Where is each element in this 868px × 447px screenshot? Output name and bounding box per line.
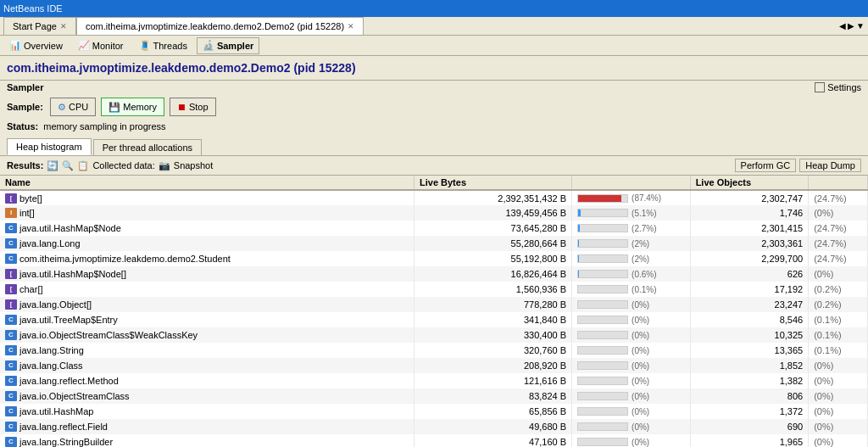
perform-gc-button[interactable]: Perform GC — [735, 159, 797, 172]
bar-pct: (0%) — [632, 422, 664, 432]
memory-icon: 💾 — [108, 102, 120, 113]
page-title: com.itheima.jvmoptimize.leakdemo.demo2.D… — [7, 61, 861, 75]
table-cell-bar: (0%) — [572, 312, 691, 327]
tab-demo2[interactable]: com.itheima.jvmoptimize.leakdemo.demo2.D… — [76, 17, 364, 35]
bar-wrap — [577, 438, 628, 446]
bar-wrap — [577, 285, 628, 293]
class-icon: C — [5, 330, 17, 340]
table-cell-live-bytes: 330,400 B — [414, 327, 571, 343]
table-row[interactable]: Cjava.util.TreeMap$Entry341,840 B(0%)8,5… — [0, 312, 868, 327]
table-cell-bar: (0%) — [572, 388, 691, 404]
table-cell-bar: (2%) — [572, 236, 691, 251]
memory-label: Memory — [123, 102, 157, 112]
class-name: java.lang.reflect.Method — [19, 376, 119, 386]
table-cell-live-objects: 1,382 — [690, 373, 809, 388]
table-cell-bar: (0%) — [572, 343, 691, 358]
table-cell-name: [java.util.HashMap$Node[] — [0, 266, 414, 282]
threads-icon: 🧵 — [139, 40, 151, 51]
table-cell-name: Cjava.lang.Long — [0, 236, 414, 251]
stop-icon: ⏹ — [177, 102, 186, 112]
table-cell-live-objects: 13,365 — [690, 343, 809, 358]
cpu-button[interactable]: ⚙ CPU — [50, 98, 96, 116]
table-row[interactable]: Cjava.util.HashMap$Node73,645,280 B(2.7%… — [0, 221, 868, 236]
refresh-icon[interactable]: 🔄 — [47, 160, 58, 171]
bar-wrap — [577, 194, 628, 203]
table-cell-live-objects: 2,303,361 — [690, 236, 809, 251]
table-row[interactable]: Cjava.util.HashMap65,856 B(0%)1,372(0%) — [0, 404, 868, 419]
table-cell-live-bytes: 121,616 B — [414, 373, 571, 388]
tab-per-thread[interactable]: Per thread allocations — [93, 139, 202, 155]
col-name[interactable]: Name — [0, 176, 414, 190]
table-row[interactable]: Iint[]139,459,456 B(5.1%)1,746(0%) — [0, 205, 868, 221]
memory-button[interactable]: 💾 Memory — [101, 98, 164, 116]
bar-wrap — [577, 377, 628, 385]
table-row[interactable]: [byte[]2,392,351,432 B(87.4%)2,302,747(2… — [0, 190, 868, 205]
tab-start-page-close[interactable]: ✕ — [60, 22, 67, 31]
table-row[interactable]: Ccom.itheima.jvmoptimize.leakdemo.demo2.… — [0, 251, 868, 266]
tab-heap-histogram[interactable]: Heap histogram — [7, 138, 92, 155]
table-row[interactable]: [java.lang.Object[]778,280 B(0%)23,247(0… — [0, 297, 868, 312]
heap-dump-button[interactable]: Heap Dump — [799, 159, 861, 172]
overview-button[interactable]: 📊 Overview — [3, 37, 69, 54]
class-name: java.util.HashMap$Node[] — [19, 269, 126, 279]
class-name: java.lang.Class — [19, 360, 83, 371]
tab-heap-histogram-label: Heap histogram — [16, 142, 82, 152]
export-icon[interactable]: 📋 — [77, 160, 89, 171]
table-cell-name: Cjava.lang.reflect.Method — [0, 373, 414, 388]
table-cell-live-objects: 1,746 — [690, 205, 809, 221]
arrow-right-icon[interactable]: ▶ — [848, 21, 854, 31]
stop-button[interactable]: ⏹ Stop — [170, 98, 216, 116]
bar-pct: (0%) — [632, 316, 664, 325]
col-live-bytes[interactable]: Live Bytes — [414, 176, 571, 190]
table-cell-live-objects: 806 — [690, 388, 809, 404]
table-cell-live-bytes: 65,856 B — [414, 404, 571, 419]
bar-wrap — [577, 392, 628, 400]
filter-icon[interactable]: 🔍 — [62, 160, 74, 171]
tab-start-page-label: Start Page — [13, 21, 57, 31]
sampler-section: Sampler Settings Sample: ⚙ CPU 💾 Memory … — [0, 81, 868, 156]
tab-start-page[interactable]: Start Page ✕ — [3, 17, 76, 35]
table-row[interactable]: Cjava.lang.reflect.Field49,680 B(0%)690(… — [0, 419, 868, 434]
table-row[interactable]: Cjava.lang.String320,760 B(0%)13,365(0.1… — [0, 343, 868, 358]
bar-wrap — [577, 239, 628, 248]
tab-demo2-close[interactable]: ✕ — [348, 22, 354, 31]
table-cell-name: Iint[] — [0, 205, 414, 221]
table-row[interactable]: Cjava.lang.Class208,920 B(0%)1,852(0%) — [0, 358, 868, 373]
class-name: java.util.HashMap$Node — [19, 223, 121, 233]
heap-table: Name Live Bytes Live Objects [byte[]2,39… — [0, 176, 868, 447]
class-name: java.lang.Object[] — [19, 299, 92, 310]
table-row[interactable]: Cjava.lang.Long55,280,664 B(2%)2,303,361… — [0, 236, 868, 251]
table-row[interactable]: [char[]1,560,936 B(0.1%)17,192(0.2%) — [0, 282, 868, 297]
threads-button[interactable]: 🧵 Threads — [133, 37, 193, 54]
arrow-left-icon[interactable]: ◀ — [839, 21, 846, 31]
class-icon: [ — [5, 269, 17, 279]
status-row: Status: memory sampling in progress — [0, 120, 868, 135]
col-live-objects-pct — [809, 176, 868, 190]
table-row[interactable]: Cjava.io.ObjectStreamClass83,824 B(0%)80… — [0, 388, 868, 404]
table-cell-name: Cjava.lang.String — [0, 343, 414, 358]
table-cell-bar: (0%) — [572, 434, 691, 447]
monitor-button[interactable]: 📈 Monitor — [72, 37, 130, 54]
class-name: java.lang.reflect.Field — [19, 422, 108, 432]
table-cell-live-objects: 1,852 — [690, 358, 809, 373]
table-row[interactable]: Cjava.io.ObjectStreamClass$WeakClassKey3… — [0, 327, 868, 343]
settings-checkbox[interactable] — [815, 82, 825, 92]
table-cell-name: Cjava.io.ObjectStreamClass — [0, 388, 414, 404]
table-row[interactable]: Cjava.lang.reflect.Method121,616 B(0%)1,… — [0, 373, 868, 388]
table-row[interactable]: [java.util.HashMap$Node[]16,826,464 B(0.… — [0, 266, 868, 282]
bar-pct: (0%) — [632, 331, 664, 340]
tab-arrows: ◀ ▶ ▼ — [839, 21, 868, 31]
table-cell-live-bytes: 778,280 B — [414, 297, 571, 312]
table-cell-live-bytes: 83,824 B — [414, 388, 571, 404]
table-row[interactable]: Cjava.lang.StringBuilder47,160 B(0%)1,96… — [0, 434, 868, 447]
table-cell-obj-pct: (0.2%) — [809, 282, 868, 297]
class-icon: C — [5, 406, 17, 416]
sampler-header: Sampler Settings — [0, 81, 868, 94]
table-cell-name: Cjava.lang.reflect.Field — [0, 419, 414, 434]
sampler-button[interactable]: 🔬 Sampler — [197, 37, 259, 54]
arrow-down-icon[interactable]: ▼ — [856, 21, 865, 31]
table-cell-name: [byte[] — [0, 190, 414, 205]
bar-wrap — [577, 316, 628, 324]
col-live-objects[interactable]: Live Objects — [690, 176, 809, 190]
class-name: com.itheima.jvmoptimize.leakdemo.demo2.S… — [19, 254, 231, 264]
